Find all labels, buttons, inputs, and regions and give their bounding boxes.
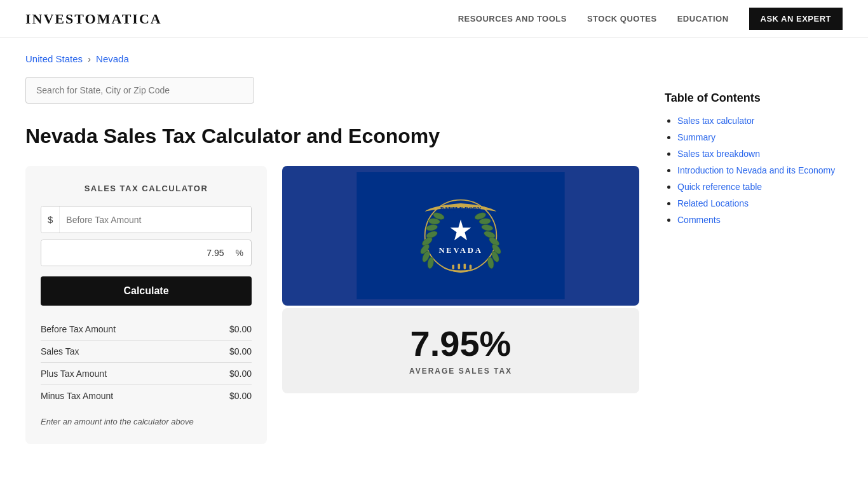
toc-item-quick-ref[interactable]: Quick reference table (677, 182, 762, 192)
tax-rate-row: % (41, 240, 252, 266)
svg-rect-21 (452, 265, 454, 269)
list-item: Quick reference table (677, 181, 843, 193)
nav-education[interactable]: EDUCATION (677, 14, 729, 24)
percent-suffix: % (233, 240, 251, 266)
nevada-flag-container: BATTLE BORN NEVADA (282, 166, 639, 306)
result-minus-tax-label: Minus Tax Amount (41, 385, 203, 407)
table-row: Minus Tax Amount $0.00 (41, 385, 252, 407)
breadcrumb-nevada: Nevada (96, 53, 129, 64)
right-column: BATTLE BORN NEVADA (282, 166, 639, 393)
list-item: Sales tax breakdown (677, 148, 843, 159)
toc-item-related-locations[interactable]: Related Locations (677, 198, 749, 208)
percentage-label: AVERAGE SALES TAX (409, 367, 512, 376)
toc-item-comments[interactable]: Comments (677, 215, 721, 225)
calculator-card: SALES TAX CALCULATOR $ % Calculate (25, 166, 267, 444)
nav-stock-quotes[interactable]: STOCK QUOTES (587, 14, 657, 24)
result-sales-tax-label: Sales Tax (41, 341, 203, 363)
table-row: Sales Tax $0.00 (41, 341, 252, 363)
calculator-flag-row: SALES TAX CALCULATOR $ % Calculate (25, 166, 639, 444)
tax-rate-input[interactable] (41, 240, 233, 266)
ask-expert-button[interactable]: ASK AN EXPERT (749, 8, 843, 30)
svg-rect-23 (464, 264, 466, 269)
main-content: United States › Nevada Nevada Sales Tax … (25, 53, 639, 444)
table-row: Plus Tax Amount $0.00 (41, 363, 252, 385)
toc-item-intro[interactable]: Introduction to Nevada and its Economy (677, 165, 835, 175)
table-row: Before Tax Amount $0.00 (41, 318, 252, 341)
logo: INVESTOMATICA (25, 11, 162, 27)
toc-list: Sales tax calculator Summary Sales tax b… (665, 115, 843, 226)
header: INVESTOMATICA RESOURCES AND TOOLS STOCK … (0, 0, 868, 38)
list-item: Comments (677, 214, 843, 226)
breadcrumb: United States › Nevada (25, 53, 639, 64)
percentage-card: 7.95% AVERAGE SALES TAX (282, 308, 639, 393)
svg-text:BATTLE BORN: BATTLE BORN (440, 206, 482, 212)
result-before-tax-label: Before Tax Amount (41, 318, 203, 341)
result-sales-tax-value: $0.00 (203, 341, 252, 363)
list-item: Summary (677, 132, 843, 143)
result-before-tax-value: $0.00 (203, 318, 252, 341)
nav-resources[interactable]: RESOURCES AND TOOLS (458, 14, 567, 24)
sidebar: Table of Contents Sales tax calculator S… (665, 53, 843, 444)
toc-item-summary[interactable]: Summary (677, 132, 715, 142)
breadcrumb-separator: › (88, 53, 91, 64)
page-body: United States › Nevada Nevada Sales Tax … (0, 38, 868, 470)
percentage-value: 7.95% (410, 326, 512, 362)
calculator-note: Enter an amount into the calculator abov… (41, 417, 252, 426)
toc-title: Table of Contents (665, 92, 843, 105)
svg-rect-22 (458, 264, 460, 269)
main-nav: RESOURCES AND TOOLS STOCK QUOTES EDUCATI… (458, 8, 843, 30)
results-table: Before Tax Amount $0.00 Sales Tax $0.00 … (41, 318, 252, 407)
calculator-title: SALES TAX CALCULATOR (41, 184, 252, 193)
svg-text:NEVADA: NEVADA (438, 247, 482, 255)
toc-item-breakdown[interactable]: Sales tax breakdown (677, 149, 760, 159)
page-title: Nevada Sales Tax Calculator and Economy (25, 124, 639, 148)
toc-item-calculator[interactable]: Sales tax calculator (677, 116, 754, 126)
result-minus-tax-value: $0.00 (203, 385, 252, 407)
list-item: Related Locations (677, 198, 843, 209)
search-container (25, 77, 639, 104)
nevada-flag-svg: BATTLE BORN NEVADA (353, 172, 569, 299)
list-item: Sales tax calculator (677, 115, 843, 126)
svg-rect-24 (470, 265, 472, 269)
calculate-button[interactable]: Calculate (41, 276, 252, 306)
search-input[interactable] (25, 77, 254, 104)
before-tax-amount-input[interactable] (60, 207, 251, 233)
result-plus-tax-label: Plus Tax Amount (41, 363, 203, 385)
dollar-prefix: $ (41, 207, 60, 233)
breadcrumb-united-states[interactable]: United States (25, 53, 83, 64)
list-item: Introduction to Nevada and its Economy (677, 165, 843, 176)
result-plus-tax-value: $0.00 (203, 363, 252, 385)
amount-input-row: $ (41, 206, 252, 233)
